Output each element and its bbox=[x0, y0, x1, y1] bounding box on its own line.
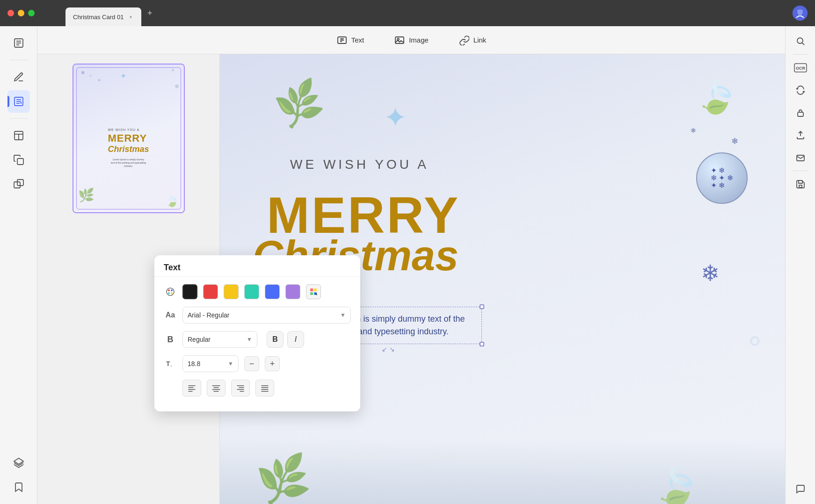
sidebar-icon-copy[interactable] bbox=[7, 149, 30, 171]
link-label: Link bbox=[473, 36, 487, 44]
color-swatch-teal[interactable] bbox=[244, 284, 259, 299]
add-tab-button[interactable]: + bbox=[143, 7, 156, 20]
canvas-wish-text: WE WISH YOU A bbox=[290, 157, 429, 172]
panel-title: Text bbox=[164, 263, 181, 272]
thumb-christmas: Christmas bbox=[108, 144, 149, 154]
bold-button[interactable]: B bbox=[267, 331, 284, 348]
color-swatch-red[interactable] bbox=[203, 284, 218, 299]
bold-icon-label: B bbox=[164, 333, 177, 346]
sidebar-icon-template[interactable] bbox=[7, 124, 30, 147]
font-select-arrow: ▼ bbox=[340, 312, 346, 318]
tab-close-button[interactable]: × bbox=[127, 14, 134, 20]
svg-point-25 bbox=[171, 289, 173, 291]
font-weight-select[interactable]: Regular ▼ bbox=[182, 331, 257, 348]
bold-label: B bbox=[272, 335, 278, 344]
font-family-row: Aa Arial - Regular ▼ bbox=[164, 307, 351, 324]
align-left-button[interactable] bbox=[182, 380, 201, 396]
ornament: ✦ ❄❄ ✦ ❄✦ ❄ bbox=[696, 152, 748, 204]
italic-label: I bbox=[295, 335, 297, 344]
thumbnail-card[interactable]: ❄ ❄ ❄ ❄ ✦ 🌿 🍃 ❄ WE WISH YOU A MERRY bbox=[73, 64, 185, 213]
svg-text:r: r bbox=[171, 364, 172, 368]
tab-christmas-card[interactable]: Christmas Card 01 × bbox=[65, 7, 141, 26]
right-divider-1 bbox=[793, 54, 808, 55]
font-family-value: Arial - Regular bbox=[188, 311, 229, 319]
resize-arrow[interactable]: ↙ ↘ bbox=[382, 346, 395, 353]
color-swatch-yellow[interactable] bbox=[224, 284, 239, 299]
search-icon[interactable] bbox=[791, 32, 810, 50]
top-toolbar: T Text Image bbox=[37, 26, 785, 54]
window-controls bbox=[7, 10, 35, 16]
palette-icon bbox=[164, 285, 177, 298]
close-button[interactable] bbox=[7, 10, 14, 16]
svg-text:T: T bbox=[166, 360, 170, 367]
size-arrow: ▼ bbox=[228, 360, 233, 367]
toolbar-image-button[interactable]: Image bbox=[386, 31, 436, 50]
font-size-input[interactable]: 18.8 ▼ bbox=[182, 355, 239, 372]
editor-area: ❄ ❄ ❄ ❄ ✦ 🌿 🍃 ❄ WE WISH YOU A MERRY bbox=[37, 54, 785, 504]
handle-tr[interactable] bbox=[480, 304, 484, 309]
panel-header: Text bbox=[154, 255, 360, 277]
font-size-icon: T r bbox=[164, 357, 177, 370]
tab-title: Christmas Card 01 bbox=[73, 14, 124, 21]
titlebar: Christmas Card 01 × + bbox=[0, 0, 815, 26]
image-icon bbox=[394, 35, 405, 46]
svg-rect-55 bbox=[798, 112, 803, 116]
save-icon[interactable] bbox=[791, 175, 810, 194]
link-icon bbox=[458, 35, 470, 46]
ocr-button[interactable]: OCR bbox=[791, 58, 810, 77]
svg-rect-57 bbox=[799, 185, 802, 187]
maximize-button[interactable] bbox=[28, 10, 35, 16]
color-swatch-black[interactable] bbox=[182, 284, 197, 299]
color-swatch-purple[interactable] bbox=[285, 284, 300, 299]
align-right-button[interactable] bbox=[231, 380, 250, 396]
weight-arrow: ▼ bbox=[247, 336, 252, 343]
svg-rect-28 bbox=[310, 288, 313, 291]
sidebar-icon-layers[interactable] bbox=[7, 452, 30, 474]
export-icon[interactable] bbox=[791, 126, 810, 144]
svg-point-51 bbox=[797, 38, 803, 43]
lock-icon[interactable] bbox=[791, 103, 810, 122]
sidebar-icon-text-edit[interactable] bbox=[7, 90, 30, 113]
text-icon: T bbox=[336, 35, 348, 46]
svg-rect-29 bbox=[314, 288, 317, 291]
toolbar-link-button[interactable]: Link bbox=[451, 31, 494, 50]
decrease-size-button[interactable]: − bbox=[244, 356, 259, 371]
tab-bar: Christmas Card 01 × + bbox=[65, 0, 156, 26]
thumb-content: ❄ ❄ ❄ ❄ ✦ 🌿 🍃 ❄ WE WISH YOU A MERRY bbox=[73, 65, 184, 212]
align-justify-button[interactable] bbox=[255, 380, 274, 396]
sidebar-icon-pen[interactable] bbox=[7, 66, 30, 88]
panel-body: Aa Arial - Regular ▼ B Regular bbox=[154, 277, 360, 411]
font-size-value: 18.8 bbox=[188, 360, 200, 367]
toolbar-text-button[interactable]: T Text bbox=[329, 31, 372, 50]
alignment-row bbox=[164, 380, 351, 396]
thumb-wish-text: WE WISH YOU A bbox=[108, 128, 149, 131]
sidebar-icon-bookmark[interactable] bbox=[7, 476, 30, 498]
font-weight-row: B Regular ▼ B I bbox=[164, 331, 351, 348]
font-family-select[interactable]: Arial - Regular ▼ bbox=[182, 307, 351, 324]
svg-point-24 bbox=[168, 289, 170, 291]
sidebar-divider-2 bbox=[9, 118, 28, 119]
align-center-button[interactable] bbox=[207, 380, 226, 396]
left-sidebar bbox=[0, 26, 37, 504]
color-swatch-blue[interactable] bbox=[265, 284, 280, 299]
handle-br[interactable] bbox=[480, 342, 484, 346]
right-sidebar: OCR bbox=[785, 26, 815, 504]
svg-point-26 bbox=[168, 292, 170, 294]
font-icon: Aa bbox=[164, 309, 177, 322]
font-size-row: T r 18.8 ▼ − + bbox=[164, 355, 351, 372]
comment-icon[interactable] bbox=[791, 480, 810, 498]
text-label: Text bbox=[351, 36, 364, 44]
svg-rect-12 bbox=[17, 158, 23, 165]
svg-text:T: T bbox=[341, 38, 343, 41]
color-more-button[interactable] bbox=[306, 284, 321, 299]
mail-icon[interactable] bbox=[791, 148, 810, 167]
increase-size-button[interactable]: + bbox=[265, 356, 280, 371]
replace-icon[interactable] bbox=[791, 81, 810, 100]
svg-text:OCR: OCR bbox=[796, 66, 806, 71]
sidebar-icon-duplicate[interactable] bbox=[7, 173, 30, 195]
font-weight-value: Regular bbox=[188, 336, 211, 343]
italic-button[interactable]: I bbox=[287, 331, 304, 348]
sidebar-icon-book[interactable] bbox=[7, 32, 30, 54]
minimize-button[interactable] bbox=[18, 10, 24, 16]
image-label: Image bbox=[409, 36, 429, 44]
